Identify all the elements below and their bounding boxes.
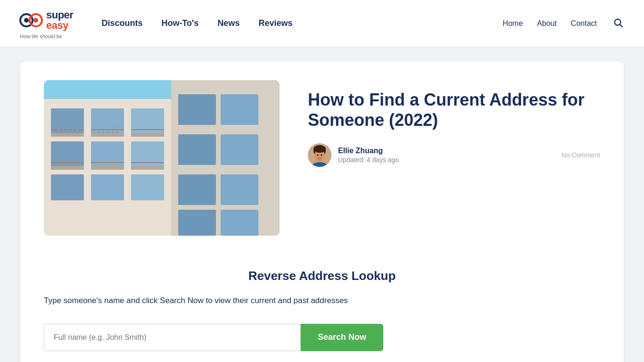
svg-line-5: [620, 25, 622, 27]
nav-item-discounts[interactable]: Discounts: [101, 18, 142, 28]
logo-icon: [19, 8, 43, 33]
svg-rect-33: [131, 162, 164, 163]
author-name: Ellie Zhuang: [338, 147, 555, 155]
svg-point-60: [319, 157, 320, 158]
right-nav: Home About Contact: [503, 16, 625, 31]
svg-rect-32: [91, 162, 124, 163]
svg-rect-39: [77, 127, 78, 134]
widget-title: Reverse Address Lookup: [44, 269, 600, 283]
svg-rect-40: [93, 127, 94, 134]
search-input[interactable]: [44, 324, 301, 351]
svg-rect-50: [178, 174, 216, 205]
svg-point-59: [321, 155, 322, 156]
search-now-button[interactable]: Search Now: [301, 324, 383, 351]
article-info: How to Find a Current Address for Someon…: [308, 80, 600, 167]
svg-rect-19: [51, 174, 84, 200]
widget-description: Type someone's name and click Search Now…: [44, 295, 600, 307]
no-comment-label: No Comment: [561, 151, 600, 159]
svg-rect-51: [221, 174, 258, 205]
article-image: [44, 80, 280, 236]
svg-point-57: [314, 145, 326, 153]
svg-rect-24: [131, 133, 164, 137]
nav-item-news[interactable]: News: [217, 18, 239, 28]
avatar: [308, 143, 331, 167]
svg-rect-47: [221, 94, 258, 125]
svg-rect-49: [221, 134, 258, 165]
search-form: Search Now: [44, 324, 383, 351]
logo[interactable]: super easy How life should be: [19, 8, 73, 39]
svg-rect-52: [178, 210, 216, 236]
article-top: How to Find a Current Address for Someon…: [44, 80, 600, 236]
svg-point-2: [24, 18, 29, 23]
svg-rect-45: [117, 127, 118, 134]
svg-rect-48: [178, 134, 216, 165]
main-container: How to Find a Current Address for Someon…: [20, 61, 624, 362]
logo-text: super easy: [46, 10, 73, 31]
nav-item-about[interactable]: About: [537, 19, 557, 28]
svg-rect-53: [221, 210, 258, 236]
svg-rect-31: [51, 162, 84, 163]
search-icon: [613, 17, 623, 28]
author-updated: Updated: 4 days ago: [338, 156, 555, 164]
svg-rect-35: [58, 127, 59, 134]
svg-rect-17: [91, 141, 124, 167]
svg-point-3: [33, 18, 38, 23]
svg-rect-44: [112, 127, 113, 134]
nav-item-home[interactable]: Home: [503, 19, 523, 28]
author-meta: Ellie Zhuang Updated: 4 days ago: [338, 147, 555, 164]
svg-rect-15: [131, 108, 164, 134]
svg-point-58: [317, 155, 319, 156]
author-row: Ellie Zhuang Updated: 4 days ago No Comm…: [308, 143, 600, 167]
svg-rect-46: [178, 94, 216, 125]
svg-rect-21: [131, 174, 164, 200]
widget-section: Reverse Address Lookup Type someone's na…: [44, 259, 600, 361]
svg-rect-18: [131, 141, 164, 167]
svg-rect-26: [91, 166, 124, 170]
site-header: super easy How life should be Discounts …: [0, 0, 644, 47]
svg-rect-16: [51, 141, 84, 167]
svg-rect-43: [107, 127, 108, 134]
svg-rect-37: [67, 127, 68, 134]
svg-rect-36: [63, 127, 64, 134]
logo-tagline: How life should be: [19, 33, 62, 39]
nav-item-howtos[interactable]: How-To's: [161, 18, 198, 28]
svg-rect-34: [53, 127, 54, 134]
svg-rect-27: [131, 166, 164, 170]
svg-rect-42: [103, 127, 104, 134]
article-title: How to Find a Current Address for Someon…: [308, 90, 600, 130]
svg-rect-25: [51, 166, 84, 170]
svg-rect-30: [131, 129, 164, 130]
main-nav: Discounts How-To's News Reviews: [101, 18, 503, 28]
svg-rect-20: [91, 174, 124, 200]
svg-rect-41: [98, 127, 99, 134]
nav-item-contact[interactable]: Contact: [571, 19, 597, 28]
search-button-header[interactable]: [611, 16, 625, 31]
svg-rect-38: [72, 127, 73, 134]
nav-item-reviews[interactable]: Reviews: [258, 18, 292, 28]
